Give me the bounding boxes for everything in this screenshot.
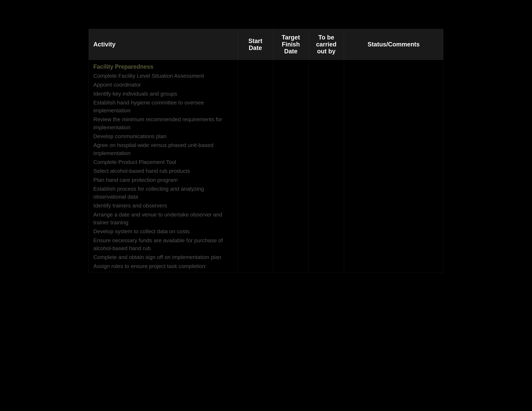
carried-out-column-header: To be carried out by — [309, 29, 344, 60]
list-item: Develop communications plan — [93, 132, 233, 141]
list-item: Appoint coordinator — [93, 80, 233, 89]
carried-out-cell — [309, 60, 344, 272]
list-item: Select alcohol-based hand rub products — [93, 167, 233, 175]
table-header-row: Activity Start Date Target Finish Date T… — [89, 29, 443, 60]
start-date-cell — [238, 60, 273, 272]
list-item: Establish process for collecting and ana… — [93, 184, 233, 201]
section-title: Facility Preparedness — [93, 61, 233, 71]
list-item: Identify trainers and observers — [93, 201, 233, 210]
list-item: Complete Facility Level Situation Assess… — [93, 71, 233, 80]
list-item: Complete and obtain sign off on implemen… — [93, 253, 233, 262]
main-table-container: Activity Start Date Target Finish Date T… — [89, 29, 443, 272]
table-row: Facility Preparedness Complete Facility … — [89, 60, 443, 272]
activity-column-header: Activity — [89, 29, 238, 60]
list-item: Assign roles to ensure project task comp… — [93, 262, 233, 271]
status-cell — [344, 60, 443, 272]
activity-table: Activity Start Date Target Finish Date T… — [89, 29, 443, 272]
activity-cell: Facility Preparedness Complete Facility … — [89, 60, 238, 272]
list-item: Review the minimum recommended requireme… — [93, 115, 233, 132]
list-item: Agree on hospital-wide versus phased uni… — [93, 141, 233, 158]
start-date-column-header: Start Date — [238, 29, 273, 60]
finish-date-column-header: Target Finish Date — [273, 29, 309, 60]
list-item: Establish hand hygiene committee to over… — [93, 98, 233, 115]
list-item: Develop system to collect data on costs — [93, 227, 233, 236]
list-item: Plan hand care protection program — [93, 176, 233, 184]
list-item: Complete Product Placement Tool — [93, 158, 233, 167]
list-item: Identify key individuals and groups — [93, 89, 233, 98]
status-column-header: Status/Comments — [344, 29, 443, 60]
list-item: Ensure necessary funds are available for… — [93, 236, 233, 253]
finish-date-cell — [273, 60, 309, 272]
activity-cell-content: Facility Preparedness Complete Facility … — [89, 60, 238, 272]
list-item: Arrange a date and venue to undertake ob… — [93, 210, 233, 227]
